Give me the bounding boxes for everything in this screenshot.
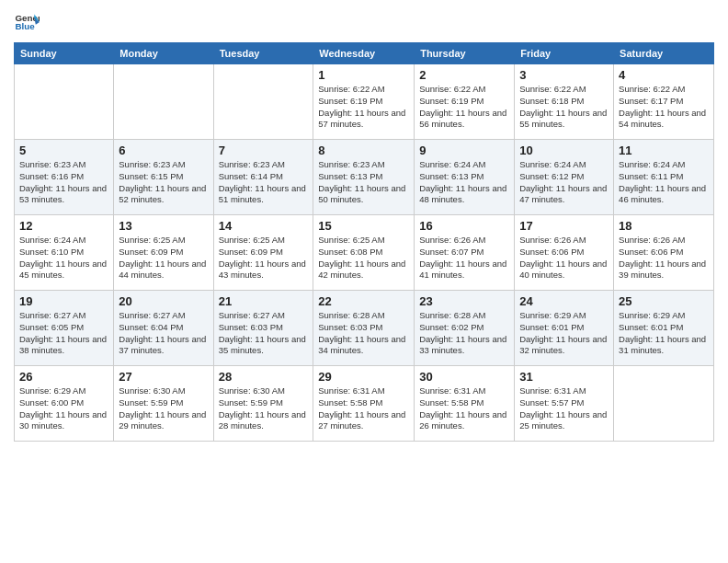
day-cell: 23Sunrise: 6:28 AM Sunset: 6:02 PM Dayli… [415, 291, 515, 366]
day-cell: 16Sunrise: 6:26 AM Sunset: 6:07 PM Dayli… [415, 215, 515, 291]
day-cell: 30Sunrise: 6:31 AM Sunset: 5:58 PM Dayli… [415, 366, 515, 442]
day-number: 14 [219, 219, 309, 233]
day-number: 22 [318, 294, 409, 308]
day-cell: 6Sunrise: 6:23 AM Sunset: 6:15 PM Daylig… [114, 140, 213, 215]
day-number: 24 [519, 294, 609, 308]
day-cell: 10Sunrise: 6:24 AM Sunset: 6:12 PM Dayli… [515, 140, 614, 215]
day-info: Sunrise: 6:25 AM Sunset: 6:09 PM Dayligh… [219, 235, 309, 282]
day-cell: 14Sunrise: 6:25 AM Sunset: 6:09 PM Dayli… [213, 215, 313, 291]
day-number: 25 [619, 294, 709, 308]
day-cell: 9Sunrise: 6:24 AM Sunset: 6:13 PM Daylig… [415, 140, 515, 215]
day-number: 17 [519, 219, 609, 233]
day-cell: 17Sunrise: 6:26 AM Sunset: 6:06 PM Dayli… [515, 215, 614, 291]
day-cell: 4Sunrise: 6:22 AM Sunset: 6:17 PM Daylig… [614, 64, 714, 140]
calendar-table: SundayMondayTuesdayWednesdayThursdayFrid… [14, 42, 714, 442]
day-info: Sunrise: 6:25 AM Sunset: 6:09 PM Dayligh… [119, 235, 208, 282]
day-info: Sunrise: 6:31 AM Sunset: 5:57 PM Dayligh… [519, 385, 609, 432]
day-info: Sunrise: 6:31 AM Sunset: 5:58 PM Dayligh… [318, 385, 409, 432]
day-info: Sunrise: 6:23 AM Sunset: 6:16 PM Dayligh… [19, 159, 108, 206]
day-cell: 26Sunrise: 6:29 AM Sunset: 6:00 PM Dayli… [15, 366, 114, 442]
day-number: 10 [519, 144, 609, 157]
day-number: 31 [519, 370, 609, 384]
day-info: Sunrise: 6:29 AM Sunset: 6:01 PM Dayligh… [519, 310, 609, 357]
day-number: 28 [219, 370, 309, 384]
day-cell: 22Sunrise: 6:28 AM Sunset: 6:03 PM Dayli… [313, 291, 415, 366]
day-number: 26 [19, 370, 108, 384]
day-number: 4 [619, 68, 709, 82]
day-number: 13 [119, 219, 208, 233]
day-info: Sunrise: 6:29 AM Sunset: 6:01 PM Dayligh… [619, 310, 709, 357]
day-cell: 18Sunrise: 6:26 AM Sunset: 6:06 PM Dayli… [614, 215, 714, 291]
day-cell: 12Sunrise: 6:24 AM Sunset: 6:10 PM Dayli… [15, 215, 114, 291]
day-info: Sunrise: 6:30 AM Sunset: 5:59 PM Dayligh… [219, 385, 309, 432]
day-cell: 27Sunrise: 6:30 AM Sunset: 5:59 PM Dayli… [114, 366, 213, 442]
col-header-tuesday: Tuesday [213, 43, 313, 64]
week-row-5: 26Sunrise: 6:29 AM Sunset: 6:00 PM Dayli… [15, 366, 714, 442]
day-number: 20 [119, 294, 208, 308]
day-info: Sunrise: 6:24 AM Sunset: 6:13 PM Dayligh… [419, 159, 509, 206]
day-number: 21 [219, 294, 309, 308]
col-header-friday: Friday [515, 43, 614, 64]
day-info: Sunrise: 6:22 AM Sunset: 6:17 PM Dayligh… [619, 84, 709, 131]
day-cell: 21Sunrise: 6:27 AM Sunset: 6:03 PM Dayli… [213, 291, 313, 366]
day-info: Sunrise: 6:26 AM Sunset: 6:07 PM Dayligh… [419, 235, 509, 282]
day-cell: 31Sunrise: 6:31 AM Sunset: 5:57 PM Dayli… [515, 366, 614, 442]
day-number: 7 [219, 144, 309, 157]
day-cell: 25Sunrise: 6:29 AM Sunset: 6:01 PM Dayli… [614, 291, 714, 366]
col-header-wednesday: Wednesday [313, 43, 415, 64]
day-info: Sunrise: 6:22 AM Sunset: 6:19 PM Dayligh… [318, 84, 409, 131]
day-cell: 15Sunrise: 6:25 AM Sunset: 6:08 PM Dayli… [313, 215, 415, 291]
day-number: 15 [318, 219, 409, 233]
day-info: Sunrise: 6:27 AM Sunset: 6:03 PM Dayligh… [219, 310, 309, 357]
day-cell: 28Sunrise: 6:30 AM Sunset: 5:59 PM Dayli… [213, 366, 313, 442]
day-cell: 5Sunrise: 6:23 AM Sunset: 6:16 PM Daylig… [15, 140, 114, 215]
day-info: Sunrise: 6:29 AM Sunset: 6:00 PM Dayligh… [19, 385, 108, 432]
header: General Blue [14, 9, 714, 35]
day-info: Sunrise: 6:22 AM Sunset: 6:19 PM Dayligh… [419, 84, 509, 131]
day-cell [213, 64, 313, 140]
day-info: Sunrise: 6:24 AM Sunset: 6:10 PM Dayligh… [19, 235, 108, 282]
day-cell [15, 64, 114, 140]
day-number: 3 [519, 68, 609, 82]
day-cell: 24Sunrise: 6:29 AM Sunset: 6:01 PM Dayli… [515, 291, 614, 366]
day-cell: 11Sunrise: 6:24 AM Sunset: 6:11 PM Dayli… [614, 140, 714, 215]
day-info: Sunrise: 6:22 AM Sunset: 6:18 PM Dayligh… [519, 84, 609, 131]
page: General Blue SundayMondayTuesdayWednesda… [0, 0, 728, 563]
day-number: 23 [419, 294, 509, 308]
day-cell: 8Sunrise: 6:23 AM Sunset: 6:13 PM Daylig… [313, 140, 415, 215]
day-cell: 3Sunrise: 6:22 AM Sunset: 6:18 PM Daylig… [515, 64, 614, 140]
day-number: 12 [19, 219, 108, 233]
day-info: Sunrise: 6:28 AM Sunset: 6:03 PM Dayligh… [318, 310, 409, 357]
day-info: Sunrise: 6:28 AM Sunset: 6:02 PM Dayligh… [419, 310, 509, 357]
day-number: 27 [119, 370, 208, 384]
day-cell: 20Sunrise: 6:27 AM Sunset: 6:04 PM Dayli… [114, 291, 213, 366]
logo: General Blue [14, 9, 40, 35]
week-row-1: 1Sunrise: 6:22 AM Sunset: 6:19 PM Daylig… [15, 64, 714, 140]
week-row-2: 5Sunrise: 6:23 AM Sunset: 6:16 PM Daylig… [15, 140, 714, 215]
logo-icon: General Blue [14, 9, 40, 35]
col-header-monday: Monday [114, 43, 213, 64]
day-cell: 7Sunrise: 6:23 AM Sunset: 6:14 PM Daylig… [213, 140, 313, 215]
day-number: 19 [19, 294, 108, 308]
day-cell [114, 64, 213, 140]
day-info: Sunrise: 6:30 AM Sunset: 5:59 PM Dayligh… [119, 385, 208, 432]
day-info: Sunrise: 6:27 AM Sunset: 6:04 PM Dayligh… [119, 310, 208, 357]
day-cell: 29Sunrise: 6:31 AM Sunset: 5:58 PM Dayli… [313, 366, 415, 442]
day-number: 9 [419, 144, 509, 157]
day-number: 6 [119, 144, 208, 157]
day-cell [614, 366, 714, 442]
day-number: 29 [318, 370, 409, 384]
day-number: 18 [619, 219, 709, 233]
day-info: Sunrise: 6:24 AM Sunset: 6:11 PM Dayligh… [619, 159, 709, 206]
day-info: Sunrise: 6:24 AM Sunset: 6:12 PM Dayligh… [519, 159, 609, 206]
day-number: 16 [419, 219, 509, 233]
svg-text:Blue: Blue [15, 21, 35, 31]
day-info: Sunrise: 6:25 AM Sunset: 6:08 PM Dayligh… [318, 235, 409, 282]
col-header-saturday: Saturday [614, 43, 714, 64]
week-row-4: 19Sunrise: 6:27 AM Sunset: 6:05 PM Dayli… [15, 291, 714, 366]
week-row-3: 12Sunrise: 6:24 AM Sunset: 6:10 PM Dayli… [15, 215, 714, 291]
day-number: 2 [419, 68, 509, 82]
day-cell: 1Sunrise: 6:22 AM Sunset: 6:19 PM Daylig… [313, 64, 415, 140]
day-info: Sunrise: 6:26 AM Sunset: 6:06 PM Dayligh… [619, 235, 709, 282]
col-header-sunday: Sunday [15, 43, 114, 64]
